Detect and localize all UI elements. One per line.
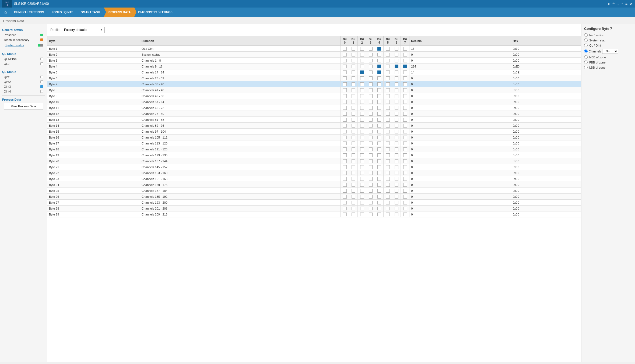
cell-bit4[interactable] xyxy=(375,170,384,176)
cell-bit0[interactable] xyxy=(341,152,349,158)
table-row[interactable]: Byte 20Channels 137 - 14400x00 xyxy=(47,158,581,164)
cell-bit0[interactable] xyxy=(341,123,349,129)
profile-select-wrapper[interactable]: Factory defaults Custom xyxy=(62,27,105,33)
cell-bit1[interactable] xyxy=(349,99,358,105)
cell-bit4[interactable] xyxy=(375,194,384,200)
cell-bit3[interactable] xyxy=(366,140,375,146)
cell-bit1[interactable] xyxy=(349,75,358,81)
cell-bit0[interactable] xyxy=(341,117,349,123)
cell-bit2[interactable] xyxy=(358,87,366,93)
cell-bit7[interactable] xyxy=(401,135,409,140)
option-channels[interactable]: Channels 33 - ... xyxy=(584,49,632,54)
cell-bit7[interactable] xyxy=(401,63,409,69)
cell-bit5[interactable] xyxy=(384,111,392,117)
cell-bit2[interactable] xyxy=(358,206,366,211)
sidebar-item-teach-in[interactable]: Teach-in necessary xyxy=(2,37,45,42)
cell-bit4[interactable] xyxy=(375,99,384,105)
table-row[interactable]: Byte 13Channels 81 - 8800x00 xyxy=(47,117,581,123)
cell-bit5[interactable] xyxy=(384,46,392,52)
close-icon[interactable]: ✕ xyxy=(630,2,633,6)
cell-bit6[interactable] xyxy=(392,211,401,217)
cell-bit7[interactable] xyxy=(401,188,409,194)
cell-bit6[interactable] xyxy=(392,46,401,52)
cell-bit6[interactable] xyxy=(392,182,401,188)
cell-bit2[interactable] xyxy=(358,99,366,105)
sidebar-item-ql1[interactable]: QL1/PiN4 xyxy=(2,56,45,61)
cell-bit1[interactable] xyxy=(349,164,358,170)
cell-bit4[interactable] xyxy=(375,105,384,111)
cell-bit2[interactable] xyxy=(358,111,366,117)
cell-bit0[interactable] xyxy=(341,170,349,176)
cell-bit3[interactable] xyxy=(366,63,375,69)
cell-bit6[interactable] xyxy=(392,140,401,146)
cell-bit6[interactable] xyxy=(392,176,401,182)
cell-bit7[interactable] xyxy=(401,87,409,93)
cell-bit1[interactable] xyxy=(349,93,358,99)
cell-bit7[interactable] xyxy=(401,200,409,206)
cell-bit2[interactable] xyxy=(358,46,366,52)
cell-bit3[interactable] xyxy=(366,211,375,217)
table-row[interactable]: Byte 9Channels 49 - 5600x00 xyxy=(47,93,581,99)
table-row[interactable]: Byte 5Channels 17 - 24140x0E xyxy=(47,69,581,75)
cell-bit7[interactable] xyxy=(401,75,409,81)
cell-bit2[interactable] xyxy=(358,194,366,200)
cell-bit3[interactable] xyxy=(366,158,375,164)
cell-bit4[interactable] xyxy=(375,117,384,123)
sidebar-item-ql2[interactable]: QL2 xyxy=(2,61,45,66)
cell-bit5[interactable] xyxy=(384,188,392,194)
home-button[interactable]: ⌂ xyxy=(1,8,10,17)
cell-bit2[interactable] xyxy=(358,135,366,140)
cell-bit4[interactable] xyxy=(375,93,384,99)
cell-bit0[interactable] xyxy=(341,63,349,69)
cell-bit6[interactable] xyxy=(392,117,401,123)
cell-bit4[interactable] xyxy=(375,158,384,164)
cell-bit5[interactable] xyxy=(384,81,392,87)
cell-bit3[interactable] xyxy=(366,81,375,87)
cell-bit2[interactable] xyxy=(358,152,366,158)
table-row[interactable]: Byte 2System status00x00 xyxy=(47,52,581,58)
cell-bit4[interactable] xyxy=(375,63,384,69)
cell-bit2[interactable] xyxy=(358,117,366,123)
table-row[interactable]: Byte 17Channels 113 - 12000x00 xyxy=(47,140,581,146)
cell-bit3[interactable] xyxy=(366,188,375,194)
cell-bit4[interactable] xyxy=(375,146,384,152)
cell-bit4[interactable] xyxy=(375,211,384,217)
cell-bit5[interactable] xyxy=(384,176,392,182)
cell-bit6[interactable] xyxy=(392,81,401,87)
cell-bit1[interactable] xyxy=(349,206,358,211)
radio-lbb-zone[interactable] xyxy=(584,66,588,69)
table-row[interactable]: Byte 4Channels 9 - 162240xE0 xyxy=(47,63,581,69)
cell-bit4[interactable] xyxy=(375,87,384,93)
cell-bit2[interactable] xyxy=(358,81,366,87)
cell-bit4[interactable] xyxy=(375,176,384,182)
cell-bit3[interactable] xyxy=(366,58,375,63)
cell-bit3[interactable] xyxy=(366,200,375,206)
cell-bit5[interactable] xyxy=(384,58,392,63)
cell-bit4[interactable] xyxy=(375,164,384,170)
radio-ql-qint[interactable] xyxy=(584,44,588,47)
cell-bit2[interactable] xyxy=(358,182,366,188)
cell-bit1[interactable] xyxy=(349,188,358,194)
cell-bit7[interactable] xyxy=(401,170,409,176)
cell-bit7[interactable] xyxy=(401,129,409,135)
cell-bit6[interactable] xyxy=(392,194,401,200)
cell-bit0[interactable] xyxy=(341,87,349,93)
table-row[interactable]: Byte 27Channels 193 - 20000x00 xyxy=(47,200,581,206)
cell-bit5[interactable] xyxy=(384,158,392,164)
cell-bit1[interactable] xyxy=(349,63,358,69)
cell-bit6[interactable] xyxy=(392,129,401,135)
cell-bit7[interactable] xyxy=(401,111,409,117)
cell-bit5[interactable] xyxy=(384,194,392,200)
cell-bit6[interactable] xyxy=(392,105,401,111)
cell-bit2[interactable] xyxy=(358,52,366,58)
cell-bit1[interactable] xyxy=(349,170,358,176)
cell-bit3[interactable] xyxy=(366,146,375,152)
cell-bit4[interactable] xyxy=(375,123,384,129)
cell-bit4[interactable] xyxy=(375,129,384,135)
table-row[interactable]: Byte 25Channels 177 - 18400x00 xyxy=(47,188,581,194)
cell-bit0[interactable] xyxy=(341,111,349,117)
cell-bit0[interactable] xyxy=(341,46,349,52)
cell-bit5[interactable] xyxy=(384,117,392,123)
cell-bit0[interactable] xyxy=(341,81,349,87)
sidebar-item-qint1[interactable]: Qint1 xyxy=(2,75,45,79)
